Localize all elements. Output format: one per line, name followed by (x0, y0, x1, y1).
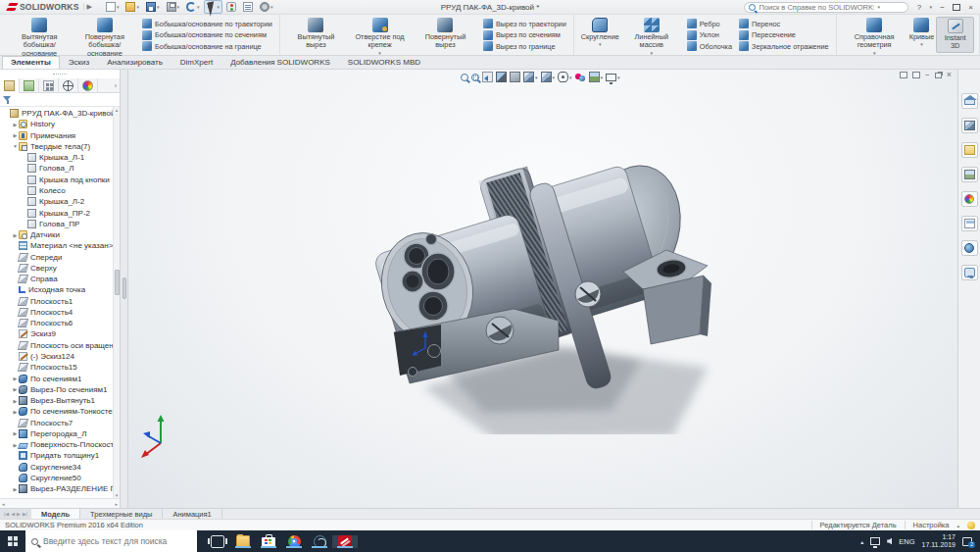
tree-item[interactable]: Придать толщину1 (0, 450, 113, 461)
help-caret-icon[interactable]: ▾ (929, 4, 932, 10)
feature-manager-tab[interactable] (0, 78, 20, 93)
minimize-button[interactable]: − (936, 3, 949, 12)
quick-access-button[interactable]: ▾ (257, 0, 276, 14)
view-tool-button[interactable] (461, 74, 468, 81)
tree-item[interactable]: Колесо (0, 185, 113, 196)
menu-flyout-icon[interactable]: ▶ (83, 3, 95, 11)
tree-item[interactable]: Плоскость6 (0, 318, 113, 328)
tree-expand-icon[interactable]: ▶ (12, 409, 19, 415)
tree-item[interactable]: ▶ Вырез-По сечениям1 (0, 384, 113, 395)
tab-nav-icon[interactable]: ▶ (17, 511, 21, 517)
view-tool-button[interactable]: ▾ (606, 74, 620, 81)
tree-expand-icon[interactable]: ▶ (12, 122, 19, 127)
scroll-left-icon[interactable]: ◂ (2, 501, 5, 507)
view-tool-button[interactable]: ▾ (541, 72, 556, 82)
tree-item[interactable]: Голова_Л (0, 163, 113, 174)
3d-model-throttle-part[interactable] (367, 140, 719, 434)
taskbar-app-button[interactable] (256, 535, 281, 548)
tree-expand-icon[interactable]: ▶ (12, 132, 19, 138)
scroll-down-icon[interactable]: ▾ (116, 492, 119, 498)
tab-nav-icon[interactable]: ◀ (11, 511, 15, 517)
doc-close-button[interactable]: × (947, 72, 952, 78)
tab-overflow-icon[interactable]: › (112, 82, 120, 89)
ribbon-button[interactable]: Повернутый вырез (413, 17, 478, 53)
task-pane-tab[interactable] (961, 142, 978, 158)
feature-manager-tab[interactable] (78, 78, 98, 93)
ribbon-button[interactable]: Справочная геометрия ▾ (842, 17, 907, 53)
tree-horizontal-scrollbar[interactable]: ◂ ▸ (0, 498, 120, 508)
ribbon-button[interactable]: Бобышка/основание на границе (140, 41, 274, 51)
scroll-up-icon[interactable]: ▴ (116, 107, 119, 113)
view-tool-button[interactable]: ▾ (589, 72, 604, 82)
status-caret-icon[interactable]: ▴ (956, 523, 959, 528)
ribbon-button[interactable]: Перенос (737, 19, 831, 28)
tree-item[interactable]: Спереди (0, 251, 113, 262)
quick-access-button[interactable]: ▾ (204, 0, 223, 14)
ribbon-button[interactable]: Instant 3D (936, 17, 974, 53)
taskbar-search-input[interactable] (43, 536, 180, 546)
start-button[interactable] (0, 530, 25, 552)
taskbar-app-button[interactable] (332, 535, 358, 548)
tree-vertical-scrollbar[interactable]: ▴ ▾ (113, 107, 120, 498)
quick-access-button[interactable]: ▾ (103, 0, 122, 14)
tree-item[interactable]: Справа (0, 274, 113, 284)
ribbon-button[interactable]: Вырез по траектории (481, 19, 568, 28)
ribbon-tab[interactable]: SOLIDWORKS MBD (339, 56, 429, 69)
tree-expand-icon[interactable]: ▶ (12, 486, 19, 492)
task-pane-tab[interactable] (961, 191, 978, 207)
taskbar-clock[interactable]: 1:17 17.11.2019 (921, 533, 956, 549)
quick-access-button[interactable] (223, 0, 239, 14)
ribbon-button[interactable]: Зеркальное отражение (737, 41, 831, 51)
tree-item[interactable]: (-) Эскиз124 (0, 351, 113, 362)
tree-item[interactable]: Сверху (0, 263, 113, 274)
ribbon-button[interactable]: Бобышка/основание по сечениям (140, 30, 274, 40)
view-tool-button[interactable]: ▾ (558, 72, 572, 82)
tree-item[interactable]: ▶ Вырез-Вытянуть1 (0, 395, 113, 406)
ribbon-button[interactable]: Вырез по границе (481, 41, 568, 51)
quick-access-button[interactable] (240, 0, 256, 14)
ribbon-button[interactable]: Повернутая бобышка/основание (73, 17, 138, 53)
language-indicator[interactable]: ENG (899, 537, 914, 546)
doc-window-icon[interactable] (912, 72, 920, 78)
ribbon-button[interactable]: Кривые ▾ (907, 17, 937, 53)
view-tool-button[interactable] (575, 72, 586, 82)
tree-item[interactable]: ▶ Примечания (0, 130, 113, 141)
tab-nav-icon[interactable]: ▶| (23, 511, 27, 517)
tree-item[interactable]: Крышка_Л-1 (0, 152, 113, 163)
ribbon-button[interactable]: Вырез по сечениям (481, 30, 568, 40)
view-tool-button[interactable]: ▾ (523, 72, 538, 82)
scrollbar-thumb[interactable] (115, 270, 120, 295)
task-pane-tab[interactable] (961, 240, 978, 256)
view-tool-button[interactable] (510, 72, 520, 82)
tree-expand-icon[interactable]: ▼ (12, 143, 19, 149)
task-pane-tab[interactable] (961, 167, 978, 182)
solidworks-logo[interactable]: SOLIDWORKS (3, 2, 83, 12)
ribbon-button[interactable]: Скругление ▾ (579, 17, 621, 53)
tree-item[interactable]: ▶ Поверхность-Плоскость1 (0, 439, 113, 450)
tree-item[interactable]: Плоскость15 (0, 362, 113, 373)
feature-manager-tab[interactable] (39, 78, 59, 93)
document-tab[interactable]: Модель (31, 509, 80, 519)
tree-item[interactable]: Исходная точка (0, 284, 113, 295)
tree-item[interactable]: ▼ Твердые тела(7) (0, 141, 113, 152)
doc-minimize-button[interactable]: − (925, 72, 930, 78)
doc-restore-button[interactable] (935, 73, 942, 78)
tab-nav-icon[interactable]: |◀ (4, 511, 9, 517)
action-center-icon[interactable]: 2 (962, 537, 972, 546)
close-button[interactable]: × (964, 3, 977, 12)
ribbon-button[interactable]: Вытянутая бобышка/основание (7, 17, 73, 53)
ribbon-tab[interactable]: Анализировать (98, 56, 172, 69)
tree-item[interactable]: Голова_ПР (0, 219, 113, 229)
ribbon-tab[interactable]: Элементы (2, 56, 60, 69)
ribbon-button[interactable]: Оболочка (685, 41, 734, 51)
tree-item[interactable]: Скругление34 (0, 462, 113, 473)
help-search-input[interactable] (759, 3, 874, 12)
document-tab[interactable]: Анимация1 (163, 509, 221, 519)
tree-item[interactable]: Скругление50 (0, 473, 113, 483)
taskbar-app-button[interactable] (230, 535, 256, 548)
ribbon-tab[interactable]: Эскиз (60, 56, 98, 69)
doc-window-icon[interactable] (900, 72, 907, 78)
search-caret-icon[interactable]: ▾ (877, 4, 880, 10)
tree-item[interactable]: ▶ Перегородка_Л (0, 428, 113, 439)
taskbar-app-button[interactable] (281, 535, 307, 548)
